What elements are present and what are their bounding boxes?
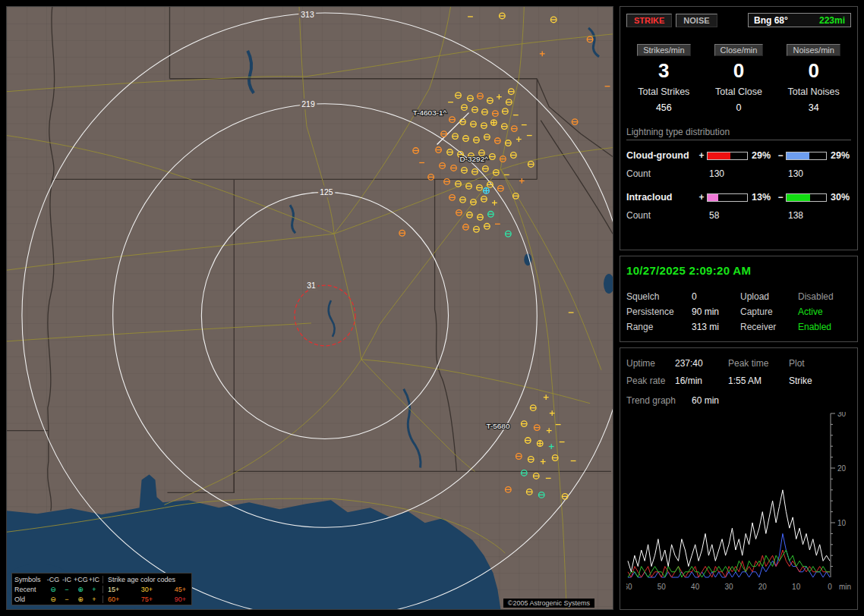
legend-symbols-header: Symbols bbox=[14, 576, 46, 583]
datetime-display: 10/27/2025 2:09:20 AM bbox=[626, 264, 851, 277]
lightning-type-block: Intracloud+13%−30%Count58138 bbox=[626, 188, 851, 225]
peakrate-label: Peak rate bbox=[626, 376, 675, 386]
count-label: Count bbox=[626, 168, 696, 179]
legend-symbol-glyph: − bbox=[60, 586, 74, 593]
legend-symbol-glyph: + bbox=[87, 586, 101, 593]
ring-label-313: 313 bbox=[301, 11, 314, 19]
legend-symbol-glyph: + bbox=[87, 596, 101, 603]
legend-symbol-glyph: ⊖ bbox=[46, 586, 60, 593]
storm-cell-label: T-5680 bbox=[486, 422, 509, 430]
setting-label: Receiver bbox=[740, 322, 798, 332]
map-canvas[interactable]: 313 219 125 31 T-4603-1^D-3292^T-5680 bbox=[7, 7, 613, 609]
rate-value: 0 bbox=[776, 59, 851, 82]
trend-x-tick-label: 60 bbox=[626, 583, 632, 591]
rate-chip-row: Strikes/minClose/minNoises/min bbox=[626, 44, 851, 56]
setting-label: Range bbox=[626, 322, 692, 332]
noise-toggle-button[interactable]: NOISE bbox=[676, 14, 717, 27]
lightning-type-block: Cloud-ground+29%−29%Count130130 bbox=[626, 146, 851, 183]
legend-row-label: Old bbox=[14, 596, 46, 603]
plus-count: 130 bbox=[707, 168, 748, 179]
trend-graph: 3020106050403020100min bbox=[626, 412, 851, 600]
bearing-distance: 223mi bbox=[819, 15, 845, 26]
distribution-rows: Cloud-ground+29%−29%Count130130Intraclou… bbox=[626, 146, 851, 225]
trend-x-tick-label: 50 bbox=[657, 583, 667, 591]
rate-chip[interactable]: Close/min bbox=[714, 44, 764, 56]
distribution-header: Lightning type distribution bbox=[626, 127, 851, 140]
legend-age-header: Strike age color codes bbox=[102, 576, 189, 583]
peaktime-value: 1:55 AM bbox=[728, 376, 789, 386]
minus-count: 130 bbox=[786, 168, 827, 179]
legend-row-label: Recent bbox=[14, 586, 46, 593]
stats-row-1: Uptime 237:40 Peak time Plot bbox=[626, 354, 851, 372]
storm-cell-label: T-4603-1^ bbox=[413, 108, 447, 117]
total-cell: Total Strikes456 bbox=[626, 86, 702, 113]
legend-symbol-glyph: ⊖ bbox=[46, 596, 60, 603]
uptime-label: Uptime bbox=[626, 358, 675, 369]
legend-symbol-glyph: ⊕ bbox=[74, 586, 87, 593]
rate-value: 0 bbox=[702, 59, 777, 82]
minus-bar bbox=[786, 193, 827, 202]
plus-sign: + bbox=[696, 192, 707, 203]
total-value: 34 bbox=[776, 102, 851, 113]
rate-value-row: 300 bbox=[626, 59, 851, 82]
legend-age-code: 45+ bbox=[175, 586, 186, 593]
legend-age-code: 30+ bbox=[141, 586, 153, 593]
trend-x-unit-label: min bbox=[839, 583, 851, 591]
strike-marker-cp bbox=[537, 441, 543, 447]
uptime-value: 237:40 bbox=[675, 358, 728, 369]
plus-bar bbox=[707, 152, 748, 160]
total-cell: Total Noises34 bbox=[776, 86, 851, 113]
legend-symbol-col-header: +CG bbox=[74, 576, 87, 583]
plus-pct: 13% bbox=[748, 192, 775, 203]
ring-label-219: 219 bbox=[301, 100, 315, 108]
symbol-legend: Symbols-CG-IC+CG+ICStrike age color code… bbox=[11, 573, 192, 605]
rate-chip[interactable]: Strikes/min bbox=[637, 44, 690, 56]
trend-box: Uptime 237:40 Peak time Plot Peak rate 1… bbox=[620, 347, 858, 610]
trend-graph-label: Trend graph bbox=[626, 395, 692, 406]
settings-row: Squelch0UploadDisabled bbox=[626, 289, 851, 304]
lightning-map-panel[interactable]: 313 219 125 31 T-4603-1^D-3292^T-5680 Sy… bbox=[6, 6, 613, 610]
legend-symbol-col-header: +IC bbox=[87, 576, 101, 583]
settings-row: Range313 miReceiverEnabled bbox=[626, 319, 851, 335]
total-value: 0 bbox=[702, 102, 777, 113]
settings-row: Persistence90 minCaptureActive bbox=[626, 304, 851, 319]
legend-symbol-glyph: ⊕ bbox=[74, 596, 87, 603]
type-label: Cloud-ground bbox=[626, 150, 696, 161]
trend-x-tick-label: 10 bbox=[792, 583, 801, 591]
plot-value: Strike bbox=[789, 376, 851, 386]
legend-symbol-col-header: -IC bbox=[60, 576, 74, 583]
storm-cell-label: D-3292^ bbox=[460, 155, 489, 163]
legend-age-code: 90+ bbox=[175, 596, 186, 603]
totals-row: Total Strikes456Total Close0Total Noises… bbox=[626, 86, 851, 113]
legend-row: Old⊖−⊕+60+75+90+ bbox=[14, 594, 189, 604]
setting-value: 313 mi bbox=[692, 322, 740, 332]
nexstorm-window: 313 219 125 31 T-4603-1^D-3292^T-5680 Sy… bbox=[0, 0, 864, 616]
total-label: Total Close bbox=[702, 86, 777, 97]
settings-grid: Squelch0UploadDisabledPersistence90 minC… bbox=[626, 289, 851, 335]
setting-value: 0 bbox=[692, 291, 740, 302]
trend-y-tick-label: 30 bbox=[837, 412, 847, 418]
setting-label: Upload bbox=[740, 291, 798, 302]
minus-pct: 29% bbox=[827, 150, 854, 161]
setting-status-value: Enabled bbox=[798, 322, 851, 332]
legend-age-codes: 60+75+90+ bbox=[102, 596, 189, 603]
plus-sign: + bbox=[696, 150, 707, 161]
setting-value: 90 min bbox=[692, 306, 740, 317]
rate-chip[interactable]: Noises/min bbox=[787, 44, 840, 56]
trend-x-tick-label: 0 bbox=[828, 583, 832, 591]
minus-count: 138 bbox=[786, 210, 827, 221]
plus-pct: 29% bbox=[748, 150, 775, 161]
status-box: 10/27/2025 2:09:20 AM Squelch0UploadDisa… bbox=[620, 256, 858, 342]
minus-sign: − bbox=[775, 192, 786, 203]
legend-age-code: 15+ bbox=[108, 586, 119, 593]
mode-row: STRIKE NOISE Bng 68° 223mi bbox=[626, 13, 851, 27]
total-value: 456 bbox=[626, 102, 702, 113]
type-label: Intracloud bbox=[626, 192, 696, 203]
minus-sign: − bbox=[775, 150, 786, 161]
peakrate-value: 16/min bbox=[675, 376, 728, 386]
setting-label: Squelch bbox=[626, 291, 692, 302]
trend-window-value: 60 min bbox=[692, 395, 851, 406]
minus-bar bbox=[786, 152, 827, 160]
strike-toggle-button[interactable]: STRIKE bbox=[626, 14, 672, 27]
ring-label-125: 125 bbox=[320, 188, 333, 196]
